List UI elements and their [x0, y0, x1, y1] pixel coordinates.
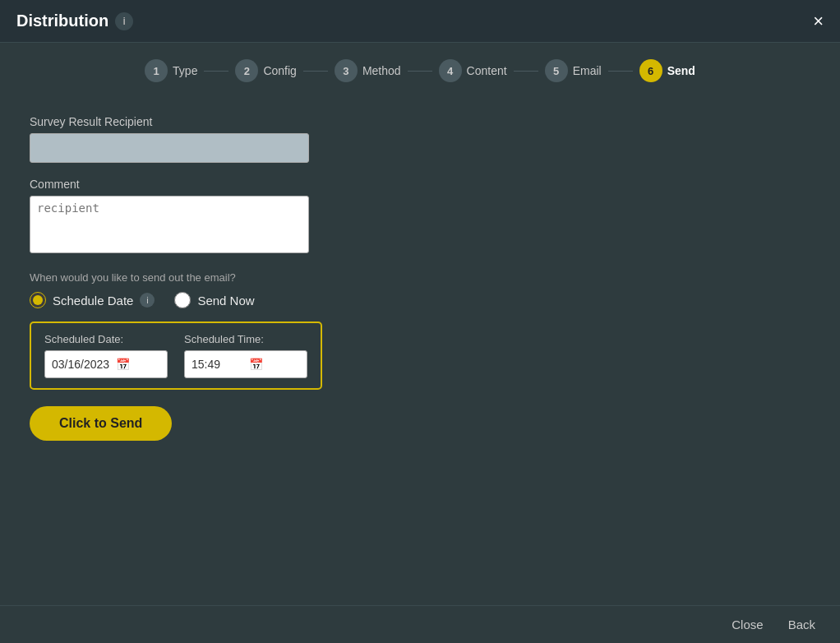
comment-group: Comment — [30, 178, 810, 257]
step-2-circle[interactable]: 2 — [235, 59, 258, 82]
scheduled-date-label: Scheduled Date: — [44, 333, 168, 345]
schedule-date-radio[interactable] — [30, 292, 46, 308]
recipient-input[interactable] — [30, 133, 309, 163]
step-1-label: Type — [173, 64, 197, 77]
step-divider-1 — [204, 71, 228, 72]
back-button[interactable]: Back — [788, 618, 815, 631]
step-5-label: Email — [573, 64, 602, 77]
title-text: Distribution — [16, 12, 108, 30]
step-4-circle[interactable]: 4 — [439, 59, 462, 82]
scheduled-date-value: 03/16/2023 — [52, 358, 109, 371]
step-6: 6 Send — [639, 59, 695, 82]
distribution-modal: Distribution i × 1 Type 2 Config 3 Metho… — [0, 0, 840, 643]
modal-footer: Close Back — [0, 605, 840, 643]
scheduled-time-value: 15:49 — [192, 358, 242, 371]
step-divider-2 — [303, 71, 328, 72]
close-icon-button[interactable]: × — [813, 12, 824, 30]
step-2-label: Config — [263, 64, 296, 77]
info-icon[interactable]: i — [140, 293, 155, 308]
step-divider-5 — [608, 71, 633, 72]
step-6-label: Send — [667, 64, 695, 77]
scheduled-date-input-wrapper[interactable]: 03/16/2023 📅 — [44, 350, 168, 378]
recipient-label: Survey Result Recipient — [30, 115, 810, 128]
step-divider-3 — [408, 71, 432, 72]
scheduled-fields: Scheduled Date: 03/16/2023 📅 Scheduled T… — [44, 333, 307, 378]
title-badge: i — [115, 12, 133, 30]
step-6-circle[interactable]: 6 — [639, 59, 662, 82]
scheduled-date-field: Scheduled Date: 03/16/2023 📅 — [44, 333, 168, 378]
step-3-label: Method — [362, 64, 401, 77]
send-now-label: Send Now — [197, 294, 254, 308]
radio-group: Schedule Date i Send Now — [30, 292, 810, 308]
schedule-date-label: Schedule Date — [53, 294, 133, 308]
step-4: 4 Content — [439, 59, 507, 82]
modal-title: Distribution i — [16, 12, 133, 30]
step-5: 5 Email — [545, 59, 602, 82]
calendar-date-icon[interactable]: 📅 — [116, 358, 160, 371]
recipient-group: Survey Result Recipient — [30, 115, 810, 163]
click-to-send-button[interactable]: Click to Send — [30, 406, 172, 441]
calendar-time-icon[interactable]: 📅 — [249, 358, 300, 371]
schedule-date-option[interactable]: Schedule Date i — [30, 292, 155, 308]
comment-textarea[interactable] — [30, 196, 309, 253]
scheduled-box: Scheduled Date: 03/16/2023 📅 Scheduled T… — [30, 322, 322, 390]
send-question-text: When would you like to send out the emai… — [30, 271, 810, 284]
send-now-option[interactable]: Send Now — [174, 292, 254, 308]
comment-label: Comment — [30, 178, 810, 191]
step-4-label: Content — [467, 64, 507, 77]
step-divider-4 — [514, 71, 538, 72]
scheduled-time-field: Scheduled Time: 15:49 📅 — [184, 333, 307, 378]
modal-header: Distribution i × — [0, 0, 840, 43]
step-3-circle[interactable]: 3 — [335, 59, 358, 82]
step-1-circle[interactable]: 1 — [145, 59, 168, 82]
close-button[interactable]: Close — [732, 618, 763, 631]
step-3: 3 Method — [335, 59, 401, 82]
stepper: 1 Type 2 Config 3 Method 4 Content 5 Ema… — [0, 43, 840, 90]
scheduled-time-input-wrapper[interactable]: 15:49 📅 — [184, 350, 307, 378]
step-2: 2 Config — [235, 59, 296, 82]
scheduled-time-label: Scheduled Time: — [184, 333, 307, 345]
send-now-radio[interactable] — [174, 292, 191, 308]
step-1: 1 Type — [145, 59, 197, 82]
step-5-circle[interactable]: 5 — [545, 59, 568, 82]
modal-content: Survey Result Recipient Comment When wou… — [0, 90, 840, 605]
